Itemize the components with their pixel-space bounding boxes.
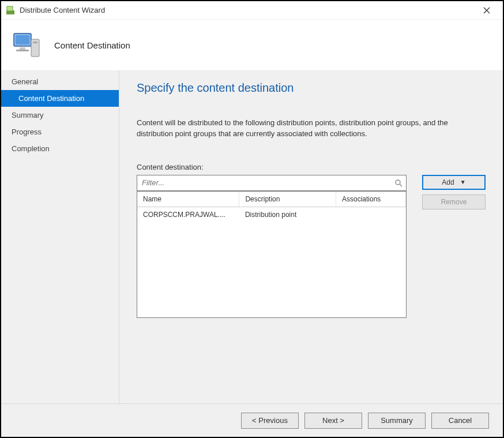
app-icon [6, 6, 15, 15]
wizard-window: Distribute Content Wizard Content Destin… [0, 0, 504, 438]
svg-rect-4 [20, 47, 25, 50]
col-description[interactable]: Description [239, 192, 336, 207]
next-button[interactable]: Next > [304, 413, 362, 429]
content-heading: Specify the content destination [137, 81, 486, 95]
sidebar-item-general[interactable]: General [1, 73, 119, 90]
remove-button: Remove [422, 194, 486, 209]
wizard-content: Specify the content destination Content … [119, 71, 503, 403]
cell-name: CORPSCCM.PRAJWAL.... [137, 207, 239, 222]
cell-description: Distribution point [239, 207, 336, 222]
svg-rect-5 [16, 50, 29, 51]
cell-associations [336, 207, 405, 222]
svg-line-9 [400, 184, 402, 186]
summary-button[interactable]: Summary [368, 413, 426, 429]
col-name[interactable]: Name [137, 192, 239, 207]
add-button-label: Add [442, 178, 454, 186]
cancel-button[interactable]: Cancel [431, 413, 489, 429]
svg-rect-3 [16, 35, 29, 44]
page-title: Content Destination [54, 40, 130, 50]
filter-input[interactable] [137, 175, 391, 190]
search-icon[interactable] [391, 179, 406, 187]
filter-container [137, 175, 407, 191]
sidebar-item-progress[interactable]: Progress [1, 123, 119, 140]
sidebar-item-content-destination[interactable]: Content Destination [1, 90, 119, 107]
destination-table: Name Description Associations CORPSCCM.P… [137, 191, 407, 318]
wizard-sidebar: General Content Destination Summary Prog… [1, 71, 119, 403]
sidebar-item-completion[interactable]: Completion [1, 140, 119, 157]
svg-point-8 [396, 180, 400, 185]
wizard-footer: < Previous Next > Summary Cancel [1, 403, 503, 437]
previous-button[interactable]: < Previous [241, 413, 299, 429]
col-associations[interactable]: Associations [336, 192, 405, 207]
remove-button-label: Remove [441, 198, 467, 206]
table-row[interactable]: CORPSCCM.PRAJWAL.... Distribution point [137, 207, 406, 222]
destination-label: Content destination: [137, 163, 486, 171]
titlebar: Distribute Content Wizard [1, 1, 503, 20]
sidebar-item-summary[interactable]: Summary [1, 107, 119, 123]
table-header-row: Name Description Associations [137, 192, 406, 207]
close-button[interactable] [475, 1, 498, 19]
add-button[interactable]: Add ▼ [422, 175, 486, 190]
window-title: Distribute Content Wizard [20, 6, 105, 14]
svg-rect-7 [33, 42, 37, 43]
wizard-body: General Content Destination Summary Prog… [1, 70, 503, 403]
svg-rect-1 [7, 6, 13, 11]
chevron-down-icon: ▼ [460, 179, 466, 185]
content-description: Content will be distributed to the follo… [137, 118, 483, 140]
wizard-header: Content Destination [1, 20, 503, 70]
computer-icon [12, 30, 42, 60]
